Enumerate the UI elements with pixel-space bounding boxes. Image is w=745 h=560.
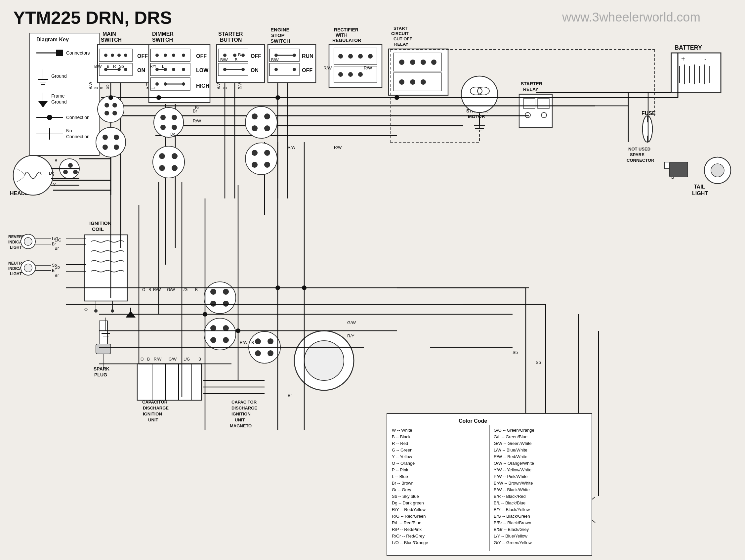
svg-point-223 <box>264 114 270 119</box>
svg-point-309 <box>276 285 280 290</box>
svg-point-233 <box>223 325 229 331</box>
svg-text:Sb: Sb <box>105 84 110 89</box>
svg-text:Color Code: Color Code <box>459 418 487 424</box>
svg-text:B/W: B/W <box>94 64 102 69</box>
svg-point-402 <box>252 150 258 156</box>
svg-point-231 <box>204 318 236 350</box>
svg-point-209 <box>102 145 108 150</box>
svg-text:Ground: Ground <box>51 99 67 104</box>
svg-text:B: B <box>107 64 109 69</box>
svg-point-30 <box>124 54 127 57</box>
svg-text:B/W: B/W <box>271 58 279 62</box>
svg-point-42 <box>155 54 159 57</box>
svg-text:B/L -- Black/Blue: B/L -- Black/Blue <box>494 500 525 505</box>
svg-text:G/W: G/W <box>167 287 175 292</box>
svg-point-228 <box>223 289 229 295</box>
svg-text:BATTERY: BATTERY <box>675 44 702 51</box>
svg-point-238 <box>267 338 273 344</box>
svg-point-58 <box>182 82 185 86</box>
svg-text:B: B <box>149 287 151 292</box>
svg-point-312 <box>236 329 240 333</box>
svg-point-44 <box>172 54 175 57</box>
svg-text:B/Br -- Black/Brown: B/Br -- Black/Brown <box>494 520 531 525</box>
svg-text:SPARE: SPARE <box>630 152 645 157</box>
svg-text:B: B <box>251 340 254 345</box>
wiring-diagram-page: YTM225 DRN, DRS www.3wheelerworld.com Di… <box>0 0 745 560</box>
svg-text:R/Y: R/Y <box>150 64 156 69</box>
svg-point-219 <box>159 165 165 171</box>
svg-text:-: - <box>704 55 707 63</box>
svg-text:R/W: R/W <box>240 340 248 345</box>
svg-text:G/Y -- Green/Yellow: G/Y -- Green/Yellow <box>494 540 532 545</box>
svg-text:Sb: Sb <box>513 350 518 355</box>
svg-text:UNIT: UNIT <box>148 417 158 423</box>
svg-point-65 <box>233 54 236 57</box>
svg-text:LIGHT: LIGHT <box>10 245 22 250</box>
svg-text:START: START <box>393 26 408 31</box>
svg-point-211 <box>154 107 184 137</box>
svg-text:RELAY: RELAY <box>523 87 539 92</box>
svg-text:UNIT: UNIT <box>235 417 245 423</box>
svg-point-84 <box>293 68 296 71</box>
svg-text:IGNITION: IGNITION <box>143 411 162 416</box>
svg-point-151 <box>711 164 724 177</box>
svg-rect-167 <box>99 321 107 344</box>
svg-text:O: O <box>142 287 145 292</box>
svg-text:L: L <box>151 87 155 89</box>
svg-point-92 <box>358 54 363 59</box>
svg-text:Sb: Sb <box>536 360 541 365</box>
svg-text:L/G: L/G <box>55 238 62 243</box>
svg-text:Diagram Key: Diagram Key <box>36 37 69 42</box>
svg-text:Y/W -- Yellow/White: Y/W -- Yellow/White <box>494 467 531 472</box>
svg-point-207 <box>102 135 108 140</box>
svg-text:L: L <box>162 64 164 69</box>
svg-point-202 <box>104 103 109 107</box>
svg-text:L/Y -- Blue/Yellow: L/Y -- Blue/Yellow <box>494 533 528 538</box>
svg-rect-102 <box>389 49 448 95</box>
svg-point-212 <box>160 115 166 120</box>
svg-text:Br/W -- Brown/White: Br/W -- Brown/White <box>494 480 533 486</box>
svg-point-305 <box>108 95 113 100</box>
svg-text:Dg  -- Dark green: Dg -- Dark green <box>392 500 424 505</box>
svg-text:WITH: WITH <box>336 32 348 38</box>
svg-text:B/W: B/W <box>220 58 228 62</box>
svg-text:G   -- Green: G -- Green <box>392 447 412 453</box>
svg-point-144 <box>63 170 68 174</box>
svg-text:COIL: COIL <box>92 226 104 232</box>
svg-text:B: B <box>223 87 227 89</box>
svg-point-36 <box>124 68 127 71</box>
svg-text:G/W -- Green/White: G/W -- Green/White <box>494 441 532 446</box>
svg-point-66 <box>241 54 245 57</box>
svg-point-71 <box>241 68 245 71</box>
svg-text:DISCHARGE: DISCHARGE <box>143 406 169 410</box>
svg-point-216 <box>153 146 185 178</box>
svg-text:O: O <box>84 307 88 312</box>
svg-point-97 <box>358 72 363 77</box>
svg-text:ENGINE: ENGINE <box>270 27 290 32</box>
svg-text:Br: Br <box>55 273 59 278</box>
svg-text:R: R <box>100 86 104 89</box>
svg-text:NOT USED: NOT USED <box>628 147 650 152</box>
svg-text:Y   -- Yellow: Y -- Yellow <box>392 454 412 459</box>
svg-point-237 <box>255 338 261 344</box>
svg-point-221 <box>245 106 277 138</box>
svg-text:OFF: OFF <box>251 53 261 59</box>
svg-point-111 <box>421 80 426 85</box>
svg-text:DIMMER: DIMMER <box>152 31 173 37</box>
svg-point-52 <box>182 68 185 71</box>
svg-point-220 <box>172 165 177 171</box>
svg-text:L/O -- Blue/Orange: L/O -- Blue/Orange <box>392 540 428 545</box>
svg-text:SPARK: SPARK <box>94 366 109 371</box>
svg-text:B: B <box>94 87 99 89</box>
svg-point-401 <box>245 143 277 175</box>
svg-text:HIGH: HIGH <box>196 83 209 89</box>
svg-text:MAIN: MAIN <box>102 31 116 37</box>
svg-text:B/R -- Black/Red: B/R -- Black/Red <box>494 494 526 499</box>
svg-text:R/W: R/W <box>288 145 296 150</box>
svg-point-105 <box>410 60 415 65</box>
svg-point-107 <box>431 60 436 65</box>
svg-text:R/W: R/W <box>154 357 162 362</box>
svg-text:R/W: R/W <box>153 287 161 292</box>
svg-point-96 <box>348 72 353 77</box>
svg-text:G/L -- Green/Blue: G/L -- Green/Blue <box>494 434 527 439</box>
